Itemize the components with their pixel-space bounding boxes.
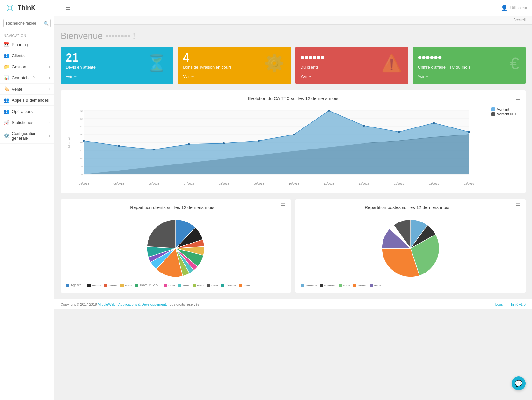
- svg-text:05/2018: 05/2018: [114, 182, 124, 185]
- svg-text:08/2018: 08/2018: [219, 182, 229, 185]
- pie-legend-item: ••••••••••: [301, 283, 317, 287]
- kpi-icon-livraison: ⚙️: [264, 54, 285, 73]
- search-wrap: 🔍: [3, 19, 51, 27]
- pie-legend-dot: [221, 284, 224, 287]
- nav-label: NAVIGATION: [0, 31, 54, 39]
- nav-item-label-planning: Planning: [12, 42, 28, 47]
- svg-text:03/2019: 03/2019: [464, 182, 474, 185]
- legend-label: Montant N−1: [497, 112, 517, 116]
- nav-item-label-clients: Clients: [12, 53, 25, 58]
- pie-legend-dot: [207, 284, 210, 287]
- svg-text:04/2018: 04/2018: [79, 182, 89, 185]
- pie-clients-section: Repartition clients sur les 12 derniers …: [61, 199, 291, 293]
- pie-clients-title: Repartition clients sur les 12 derniers …: [66, 205, 278, 210]
- operateurs-icon: 👥: [4, 109, 9, 114]
- top-bar-right: 👤 Utilisateur: [501, 4, 527, 11]
- search-button[interactable]: 🔍: [44, 21, 49, 26]
- svg-line-7: [11, 5, 13, 7]
- top-bar-left: ThinK ☰: [5, 3, 70, 13]
- pie-legend-label: ••••••: [197, 283, 204, 287]
- pie-clients-svg: [144, 216, 208, 280]
- footer-company-link[interactable]: MiddleWeb - Applications & Développement…: [98, 302, 167, 306]
- pie-legend-item: ••••••••: [104, 283, 117, 287]
- sidebar-item-clients[interactable]: 👥 Clients: [0, 50, 54, 61]
- kpi-icon-devis: ⏳: [146, 54, 167, 73]
- pie-legend-dot: [239, 284, 242, 287]
- svg-text:12/2018: 12/2018: [359, 182, 369, 185]
- svg-text:07/2018: 07/2018: [184, 182, 194, 185]
- footer-logs-link[interactable]: Logs: [495, 302, 503, 306]
- sidebar-item-planning[interactable]: 📅 Planning: [0, 39, 54, 50]
- pie-legend-label: ••••••••: [358, 283, 367, 287]
- footer-version-link[interactable]: ThinK v1.0: [509, 302, 526, 306]
- sidebar-item-vente[interactable]: 🏷️ Vente ‹: [0, 84, 54, 95]
- svg-text:54: 54: [80, 125, 83, 128]
- svg-point-29: [433, 122, 435, 124]
- pie-legend-dot: [301, 284, 304, 287]
- search-box: 🔍: [0, 16, 54, 31]
- welcome-name: ••••••••: [105, 31, 130, 41]
- pie-legend-label: ••••••: [168, 283, 175, 287]
- pie-legend-label: Travaux Serv...: [139, 283, 161, 287]
- pie-legend-item: ••••••: [207, 283, 218, 287]
- pie-clients-menu[interactable]: ☰: [281, 202, 285, 208]
- username-label: Utilisateur: [510, 6, 527, 10]
- pie-legend-item: ••••••: [239, 283, 250, 287]
- svg-text:11/2018: 11/2018: [324, 182, 334, 185]
- welcome-prefix: Bienvenue: [61, 31, 103, 41]
- chat-bubble[interactable]: 💬: [512, 376, 526, 390]
- nav-item-label-config: Configuration générale: [12, 131, 49, 141]
- kpi-footer-ca[interactable]: Voir →: [418, 72, 521, 79]
- pie-legend-item: ••••••••: [87, 283, 101, 287]
- nav-arrow: ‹: [49, 134, 50, 138]
- logo-text: ThinK: [18, 4, 36, 11]
- pie-legend-item: ••••••: [120, 283, 132, 287]
- sidebar-item-appels[interactable]: 👥 Appels & demandes: [0, 95, 54, 106]
- pie-legend-item: ••••••: [193, 283, 204, 287]
- pie-row: Repartition clients sur les 12 derniers …: [61, 199, 526, 293]
- kpi-label-ca: Chiffre d'affaire TTC du mois: [418, 65, 521, 69]
- svg-line-8: [7, 9, 9, 11]
- pie-legend-dot: [87, 284, 91, 287]
- svg-text:01/2019: 01/2019: [394, 182, 404, 185]
- sidebar-item-operateurs[interactable]: 👥 Opérateurs: [0, 106, 54, 117]
- kpi-card-ca: •••••• Chiffre d'affaire TTC du mois € V…: [413, 47, 526, 84]
- hamburger-button[interactable]: ☰: [65, 4, 70, 11]
- svg-text:27: 27: [80, 149, 83, 152]
- pie-clients-legend: Agence...••••••••••••••••••••••Travaux S…: [66, 283, 285, 287]
- pie-legend-label: Agence...: [71, 283, 84, 287]
- nav-item-left: 👥 Clients: [4, 53, 25, 58]
- sidebar-item-statistiques[interactable]: 📈 Statistiques ‹: [0, 117, 54, 128]
- pie-legend-dot: [178, 284, 181, 287]
- sidebar-item-config[interactable]: ⚙️ Configuration générale ‹: [0, 128, 54, 144]
- logo-area: ThinK: [5, 3, 59, 13]
- pie-legend-item: ••••••••••: [320, 283, 336, 287]
- svg-point-27: [363, 125, 365, 127]
- pie-legend-dot: [135, 284, 138, 287]
- nav-item-label-gestion: Gestion: [12, 64, 26, 69]
- pie-postes-svg: [379, 216, 442, 280]
- pie-legend-dot: [164, 284, 167, 287]
- pie-legend-item: Agence...: [66, 283, 84, 287]
- svg-point-19: [83, 140, 85, 142]
- sidebar-item-gestion[interactable]: 📁 Gestion ‹: [0, 61, 54, 72]
- svg-point-30: [468, 131, 470, 133]
- kpi-number-ca: ••••••: [418, 52, 521, 63]
- vente-icon: 🏷️: [4, 86, 9, 91]
- footer-copyright: Copyright © 2017-2019 MiddleWeb - Applic…: [61, 302, 200, 306]
- line-chart-menu[interactable]: ☰: [515, 97, 520, 103]
- sidebar: 🔍 NAVIGATION 📅 Planning 👥 Clients 📁 Gest…: [0, 16, 54, 400]
- pie-legend-dot: [66, 284, 69, 287]
- line-chart-title: Evolution du CA TTC sur les 12 derniers …: [66, 96, 520, 101]
- comptabilite-icon: 📊: [4, 75, 9, 80]
- svg-point-22: [188, 143, 190, 145]
- pie-legend-dot: [353, 284, 356, 287]
- planning-icon: 📅: [4, 42, 9, 47]
- pie-legend-label: ••••••: [244, 283, 250, 287]
- pie-legend-label: ••••••: [343, 283, 350, 287]
- nav-arrow: ‹: [49, 87, 50, 91]
- pie-postes-menu[interactable]: ☰: [515, 202, 520, 208]
- sidebar-item-comptabilite[interactable]: 📊 Comptabilité ‹: [0, 72, 54, 84]
- kpi-card-dus: •••••• Dû clients ⚠️ Voir →: [295, 47, 408, 84]
- svg-text:0: 0: [81, 173, 83, 176]
